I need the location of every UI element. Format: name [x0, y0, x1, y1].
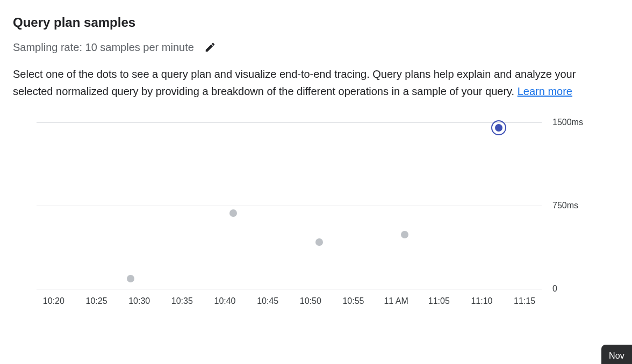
- gridline: [37, 122, 542, 123]
- learn-more-link[interactable]: Learn more: [518, 85, 572, 97]
- description-body: Select one of the dots to see a query pl…: [13, 68, 576, 97]
- sample-dot[interactable]: [229, 209, 237, 217]
- x-tick-label: 11:15: [514, 296, 535, 306]
- sample-dot[interactable]: [495, 124, 502, 132]
- date-panel[interactable]: Nov: [601, 345, 632, 364]
- sample-rate-text: Sampling rate: 10 samples per minute: [13, 41, 194, 54]
- sample-dot[interactable]: [315, 238, 323, 246]
- x-tick-label: 11:10: [471, 296, 492, 306]
- x-tick-label: 10:25: [85, 296, 107, 306]
- gridline: [37, 289, 542, 289]
- x-tick-label: 10:20: [43, 296, 64, 306]
- x-tick-label: 10:50: [300, 296, 321, 306]
- x-tick-label: 10:35: [171, 296, 193, 306]
- scatter-chart: 0750ms1500ms 10:2010:2510:3010:3510:4010…: [26, 113, 606, 306]
- sample-rate-row: Sampling rate: 10 samples per minute: [13, 40, 619, 55]
- x-tick-label: 10:45: [257, 296, 278, 306]
- edit-sample-rate-button[interactable]: [203, 40, 218, 55]
- pencil-icon: [204, 41, 216, 53]
- sample-dot[interactable]: [127, 275, 134, 282]
- date-panel-label: Nov: [609, 351, 624, 360]
- x-tick-label: 11 AM: [384, 296, 408, 306]
- plot-area[interactable]: 0750ms1500ms: [37, 122, 542, 289]
- x-axis: 10:2010:2510:3010:3510:4010:4510:5010:55…: [37, 291, 542, 306]
- page-title: Query plan samples: [13, 15, 619, 30]
- x-tick-label: 10:30: [128, 296, 150, 306]
- x-tick-label: 10:40: [214, 296, 235, 306]
- sample-dot[interactable]: [401, 231, 408, 238]
- gridline: [37, 206, 542, 206]
- x-tick-label: 11:05: [428, 296, 450, 306]
- description-text: Select one of the dots to see a query pl…: [13, 65, 615, 100]
- x-tick-label: 10:55: [342, 296, 364, 306]
- y-tick-label: 1500ms: [547, 118, 606, 127]
- y-tick-label: 0: [547, 284, 606, 294]
- chart-container: 0750ms1500ms 10:2010:2510:3010:3510:4010…: [13, 113, 619, 306]
- y-tick-label: 750ms: [547, 201, 606, 210]
